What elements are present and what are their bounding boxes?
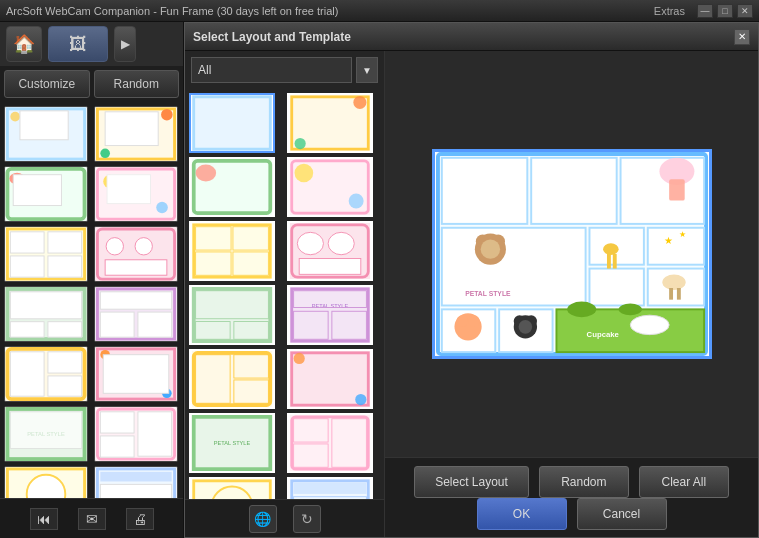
sidebar-top: 🏠 🖼 ▶ xyxy=(0,22,183,66)
template-item-4[interactable] xyxy=(189,221,275,281)
extras-label[interactable]: Extras xyxy=(654,5,685,17)
svg-text:★: ★ xyxy=(664,235,673,246)
svg-rect-12 xyxy=(13,175,61,206)
refresh-button[interactable]: ↻ xyxy=(293,505,321,533)
svg-rect-8 xyxy=(105,112,158,146)
svg-rect-89 xyxy=(299,258,361,274)
home-button[interactable]: 🏠 xyxy=(6,26,42,62)
template-item-2[interactable] xyxy=(189,157,275,217)
sidebar-thumb-13[interactable] xyxy=(4,466,88,498)
sidebar-thumb-3[interactable] xyxy=(4,166,88,222)
title-bar: ArcSoft WebCam Companion - Fun Frame (30… xyxy=(0,0,759,22)
template-item-7[interactable]: PETAL STYLE xyxy=(287,285,373,345)
svg-point-74 xyxy=(196,165,217,182)
random-button[interactable]: Random xyxy=(539,466,629,498)
action-buttons: Customize Random xyxy=(0,66,183,102)
svg-point-6 xyxy=(161,109,173,121)
random-button[interactable]: Random xyxy=(94,70,180,98)
svg-rect-33 xyxy=(48,322,82,337)
select-layout-button[interactable]: Select Layout xyxy=(414,466,529,498)
svg-rect-56 xyxy=(100,412,134,433)
mail-icon[interactable]: ✉ xyxy=(78,508,106,530)
sidebar-thumb-9[interactable] xyxy=(4,346,88,402)
svg-rect-53 xyxy=(10,412,81,449)
svg-rect-43 xyxy=(48,352,82,373)
sidebar-thumb-8[interactable]: PETAL STYLE xyxy=(94,286,178,342)
svg-text:★: ★ xyxy=(678,230,685,239)
svg-rect-139 xyxy=(441,158,526,224)
svg-point-71 xyxy=(294,138,305,149)
svg-rect-156 xyxy=(669,288,673,300)
app-title: ArcSoft WebCam Companion - Fun Frame (30… xyxy=(6,5,338,17)
maximize-button[interactable]: □ xyxy=(717,4,733,18)
cancel-button[interactable]: Cancel xyxy=(577,498,667,530)
template-item-1[interactable] xyxy=(287,93,373,153)
sidebar-thumb-11[interactable]: PETAL STYLE xyxy=(4,406,88,462)
close-button[interactable]: ✕ xyxy=(737,4,753,18)
template-item-0[interactable] xyxy=(189,93,275,153)
sidebar-thumb-10[interactable] xyxy=(94,346,178,402)
sidebar-thumb-5[interactable] xyxy=(4,226,88,282)
app-container: 🏠 🖼 ▶ Customize Random xyxy=(0,22,759,538)
svg-rect-39 xyxy=(137,312,171,337)
prev-icon[interactable]: ⏮ xyxy=(30,508,58,530)
template-item-13[interactable] xyxy=(287,477,373,499)
svg-rect-150 xyxy=(647,228,703,265)
svg-rect-58 xyxy=(137,412,171,456)
dialog-content: All Animals Nature Fun Seasonal ▼ xyxy=(185,51,758,537)
svg-point-78 xyxy=(348,194,363,209)
sidebar-thumb-4[interactable] xyxy=(94,166,178,222)
template-item-5[interactable] xyxy=(287,221,373,281)
minimize-button[interactable]: — xyxy=(697,4,713,18)
template-item-6[interactable] xyxy=(189,285,275,345)
svg-point-168 xyxy=(567,302,596,318)
template-panel: All Animals Nature Fun Seasonal ▼ xyxy=(185,51,385,537)
dialog-title: Select Layout and Template xyxy=(193,30,351,44)
ok-button[interactable]: OK xyxy=(477,498,567,530)
svg-point-87 xyxy=(297,232,323,254)
svg-rect-31 xyxy=(10,292,81,319)
sidebar-thumb-1[interactable] xyxy=(4,106,88,162)
svg-rect-20 xyxy=(10,232,44,253)
svg-rect-57 xyxy=(100,436,134,457)
clear-all-button[interactable]: Clear All xyxy=(639,466,729,498)
next-button[interactable]: ▶ xyxy=(114,26,136,62)
frame-mode-button[interactable]: 🖼 xyxy=(48,26,108,62)
svg-rect-174 xyxy=(606,254,610,269)
svg-point-7 xyxy=(100,148,110,158)
print-icon[interactable]: 🖨 xyxy=(126,508,154,530)
svg-rect-65 xyxy=(100,484,171,498)
template-panel-bottom: 🌐 ↻ xyxy=(185,499,384,537)
preview-canvas: ★ ★ xyxy=(432,149,712,359)
svg-rect-175 xyxy=(612,254,616,269)
customize-button[interactable]: Customize xyxy=(4,70,90,98)
sidebar-thumb-12[interactable] xyxy=(94,406,178,462)
sidebar-thumb-14[interactable] xyxy=(94,466,178,498)
template-item-9[interactable] xyxy=(287,349,373,409)
template-item-3[interactable] xyxy=(287,157,373,217)
sidebar-thumbnail-grid: PETAL STYLE xyxy=(0,102,183,498)
svg-rect-17 xyxy=(107,175,150,204)
svg-rect-3 xyxy=(20,111,68,140)
sidebar-thumb-7[interactable] xyxy=(4,286,88,342)
svg-rect-37 xyxy=(100,292,171,309)
category-filter[interactable]: All Animals Nature Fun Seasonal xyxy=(191,57,352,83)
sidebar-thumb-6[interactable] xyxy=(94,226,178,282)
template-list: PETAL STYLE xyxy=(185,89,384,499)
globe-button[interactable]: 🌐 xyxy=(249,505,277,533)
svg-point-173 xyxy=(603,243,619,255)
template-item-8[interactable] xyxy=(189,349,275,409)
template-item-12[interactable] xyxy=(189,477,275,499)
sidebar-thumb-2[interactable] xyxy=(94,106,178,162)
template-item-11[interactable] xyxy=(287,413,373,473)
svg-rect-32 xyxy=(10,322,44,337)
svg-point-155 xyxy=(662,274,685,290)
svg-text:PETAL STYLE: PETAL STYLE xyxy=(214,440,251,446)
svg-rect-64 xyxy=(100,472,171,482)
template-item-10[interactable]: PETAL STYLE xyxy=(189,413,275,473)
footer-secondary-actions: OK Cancel xyxy=(477,498,667,530)
svg-text:Cupcake: Cupcake xyxy=(586,330,619,339)
svg-point-70 xyxy=(353,96,366,109)
preview-area: ★ ★ xyxy=(385,51,758,457)
dialog-close-button[interactable]: ✕ xyxy=(734,29,750,45)
